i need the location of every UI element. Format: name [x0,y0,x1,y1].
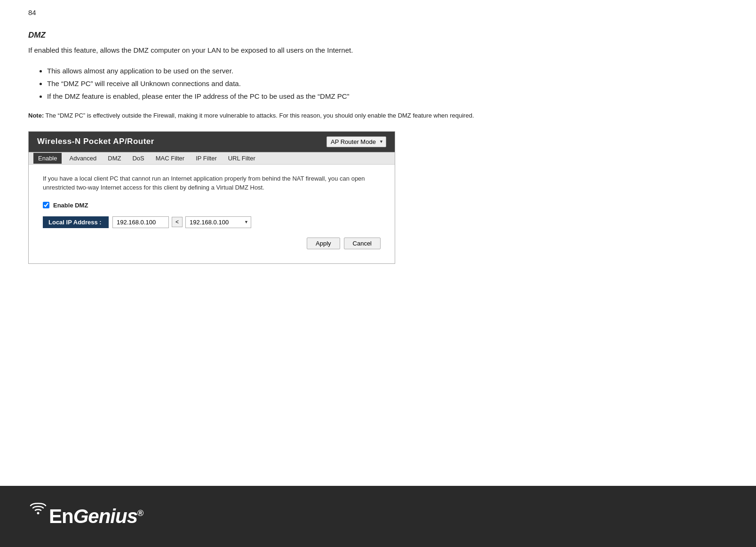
router-body: If you have a local client PC that canno… [29,165,395,263]
svg-point-0 [37,512,40,515]
section-title: DMZ [28,31,728,40]
action-row: Apply Cancel [43,238,381,249]
local-ip-label: Local IP Address : [43,216,109,228]
nav-ip-filter[interactable]: IP Filter [190,152,223,164]
section-description: If enabled this feature, allows the DMZ … [28,45,728,56]
router-nav: Enable Advanced DMZ DoS MAC Filter IP Fi… [29,152,395,165]
note-content: The “DMZ PC” is effectively outside the … [46,112,474,119]
registered-symbol: ® [137,508,143,518]
mode-selector-wrapper[interactable]: AP Router Mode AP Mode Client Mode [326,136,386,147]
bullet-list: This allows almost any application to be… [47,64,728,103]
note-text: Note: The “DMZ PC” is effectively outsid… [28,111,728,121]
cancel-button[interactable]: Cancel [344,238,381,249]
ip-dropdown[interactable]: 192.168.0.100 [185,216,251,228]
local-ip-row: Local IP Address : < 192.168.0.100 [43,216,381,228]
footer-logo: EnGenius® [28,507,143,526]
router-body-description: If you have a local client PC that canno… [43,174,381,192]
footer: EnGenius® [0,486,756,547]
ip-arrow-button[interactable]: < [172,217,183,227]
page-number: 84 [28,8,728,16]
enable-dmz-checkbox[interactable] [43,202,49,208]
router-ui-screenshot: Wireless-N Pocket AP/Router AP Router Mo… [28,131,395,264]
bullet-item-3: If the DMZ feature is enabled, please en… [47,90,728,103]
bullet-item-2: The “DMZ PC” will receive all Unknown co… [47,77,728,90]
router-title: Wireless-N Pocket AP/Router [37,137,154,146]
nav-mac-filter[interactable]: MAC Filter [150,152,190,164]
logo-text: EnGenius® [49,507,143,526]
enable-dmz-label: Enable DMZ [53,202,88,209]
router-header: Wireless-N Pocket AP/Router AP Router Mo… [29,132,395,152]
apply-button[interactable]: Apply [307,238,340,249]
nav-dmz[interactable]: DMZ [102,152,127,164]
bullet-item-1: This allows almost any application to be… [47,64,728,77]
enable-dmz-row: Enable DMZ [43,202,381,209]
note-label: Note: [28,112,44,119]
local-ip-input[interactable] [112,216,169,228]
nav-enable[interactable]: Enable [33,153,62,164]
nav-url-filter[interactable]: URL Filter [223,152,261,164]
wifi-icon [28,502,48,518]
ip-dropdown-wrapper[interactable]: 192.168.0.100 [185,216,251,228]
nav-dos[interactable]: DoS [127,152,150,164]
nav-advanced[interactable]: Advanced [64,152,102,164]
mode-select[interactable]: AP Router Mode AP Mode Client Mode [326,136,386,147]
